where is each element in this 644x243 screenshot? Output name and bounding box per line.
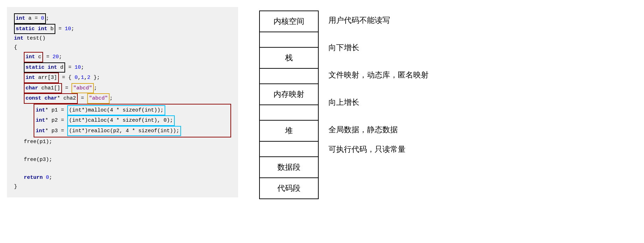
memory-cell-kernel: 内核空间 xyxy=(259,11,318,32)
highlight-cha1: char cha1[] xyxy=(24,83,62,94)
code-line-free-p3: free(p3); xyxy=(14,155,231,164)
code-line-6: static int d = 10; xyxy=(14,62,231,73)
memory-cell-empty1 xyxy=(259,32,318,47)
code-line-2: static int b = 10; xyxy=(14,24,231,34)
memory-row-empty1 xyxy=(259,32,318,47)
memory-cell-mmap: 内存映射 xyxy=(259,84,318,105)
memory-cell-empty4 xyxy=(259,141,318,157)
code-line-p1: int* p1 = (int*)malloc(4 * sizeof(int)); xyxy=(36,105,229,116)
highlight-int-c: int c xyxy=(24,52,43,62)
highlight-realloc: (int*)realloc(p2, 4 * sizeof(int)); xyxy=(67,126,181,136)
highlight-static-int-b: static int b xyxy=(14,24,55,34)
memory-row-mmap: 内存映射 xyxy=(259,84,318,105)
memory-table: 内核空间 栈 内存映射 堆 数据段 代码段 xyxy=(259,11,319,199)
memory-row-kernel: 内核空间 xyxy=(259,11,318,32)
highlight-cha2: const char* cha2 xyxy=(24,93,78,104)
label-kernel: 用户代码不能读写 xyxy=(328,11,429,30)
highlight-int-a: int a = 0 xyxy=(14,13,46,24)
memory-diagram: 内核空间 栈 内存映射 堆 数据段 代码段 xyxy=(259,11,429,199)
memory-labels: 用户代码不能读写 向下增长 文件映射，动态库，匿名映射 向上增长 全局数据，静态… xyxy=(319,11,429,159)
label-data: 全局数据，静态数据 xyxy=(328,120,429,140)
memory-cell-heap: 堆 xyxy=(259,120,318,141)
label-mmap: 文件映射，动态库，匿名映射 xyxy=(328,65,429,85)
highlight-malloc: (int*)malloc(4 * sizeof(int)); xyxy=(67,105,165,116)
memory-row-stack: 栈 xyxy=(259,47,318,68)
memory-cell-code: 代码段 xyxy=(259,178,318,199)
highlight-arr: int arr[3] xyxy=(24,73,59,83)
kw-int: int xyxy=(16,14,25,23)
highlight-calloc: (int*)calloc(4 * sizeof(int), 0); xyxy=(67,115,175,126)
code-line-free-p1: free(p1); xyxy=(14,137,231,147)
code-line-blank xyxy=(14,147,231,156)
memory-row-empty2 xyxy=(259,68,318,84)
code-line-5: int c = 20; xyxy=(14,52,231,62)
code-line-brace-open: { xyxy=(14,43,231,52)
code-line-3: int test() xyxy=(14,34,231,43)
highlight-static-int-d: static int d xyxy=(24,62,65,73)
memory-cell-stack: 栈 xyxy=(259,47,318,68)
label-code: 可执行代码，只读常量 xyxy=(328,140,429,159)
highlight-cha2-str: "abcd" xyxy=(87,93,110,104)
code-line-7: int arr[3] = { 0,1,2 }; xyxy=(14,73,231,83)
code-line-9: const char* cha2 = "abcd"; xyxy=(14,93,231,104)
label-stack: 向下增长 xyxy=(328,38,429,58)
memory-cell-data: 数据段 xyxy=(259,157,318,178)
memory-row-empty3 xyxy=(259,105,318,120)
memory-row-heap: 堆 xyxy=(259,120,318,141)
code-line-p3: int* p3 = (int*)realloc(p2, 4 * sizeof(i… xyxy=(36,126,229,136)
memory-cell-empty2 xyxy=(259,68,318,84)
code-line-return: return 0; xyxy=(14,173,231,182)
code-line-brace-close: } xyxy=(14,182,231,191)
code-panel: int a = 0; static int b = 10; int test()… xyxy=(7,7,238,197)
code-line-blank2 xyxy=(14,164,231,174)
memory-cell-empty3 xyxy=(259,105,318,120)
label-heap: 向上增长 xyxy=(328,93,429,112)
memory-row-code: 代码段 xyxy=(259,178,318,199)
code-line-8: char cha1[] = "abcd"; xyxy=(14,83,231,94)
highlight-ptr-block: int* p1 = (int*)malloc(4 * sizeof(int));… xyxy=(34,104,231,138)
code-line-p2: int* p2 = (int*)calloc(4 * sizeof(int), … xyxy=(36,115,229,126)
highlight-cha1-str: "abcd" xyxy=(71,83,94,94)
code-line-1: int a = 0; xyxy=(14,13,231,24)
memory-row-data: 数据段 xyxy=(259,157,318,178)
memory-row-empty4 xyxy=(259,141,318,157)
